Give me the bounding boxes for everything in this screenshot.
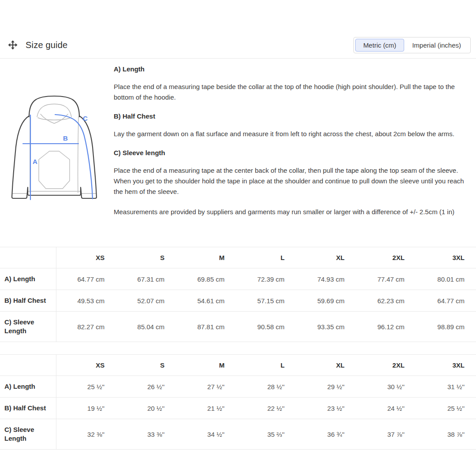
measurement-cell: 19 ½'' <box>56 398 116 419</box>
section-half-chest: B) Half Chest Lay the garment down on a … <box>114 112 471 139</box>
size-guide-header: Size guide Metric (cm) Imperial (inches) <box>0 35 476 59</box>
measurement-cell: 24 ½'' <box>356 398 416 419</box>
row-label: A) Length <box>0 268 56 290</box>
measurement-cell: 29 ½'' <box>296 376 356 398</box>
size-table-imperial: XS S M L XL 2XL 3XL A) Length 25 ½'' 26 … <box>0 354 476 450</box>
size-col-header: XL <box>296 355 356 376</box>
measurement-cell: 74.93 cm <box>296 268 356 290</box>
section-body: Place the end of a measuring tape beside… <box>114 82 471 103</box>
table-row-sleeve-length: C) Sleeve Length 32 ⅜'' 33 ⅜'' 34 ½'' 35… <box>0 419 476 450</box>
metric-toggle-button[interactable]: Metric (cm) <box>355 39 404 52</box>
disclaimer-text: Measurements are provided by suppliers a… <box>114 207 471 217</box>
measurement-cell: 57.15 cm <box>236 290 296 312</box>
table-row-length: A) Length 64.77 cm 67.31 cm 69.85 cm 72.… <box>0 268 476 290</box>
measurement-line-c <box>55 115 93 199</box>
size-table-header-row: XS S M L XL 2XL 3XL <box>0 247 476 268</box>
size-guide-panel: Size guide Metric (cm) Imperial (inches) <box>0 35 476 450</box>
measurement-cell: 64.77 cm <box>56 268 116 290</box>
table-row-half-chest: B) Half Chest 19 ½'' 20 ½'' 21 ½'' 22 ½'… <box>0 398 476 419</box>
section-heading: C) Sleeve length <box>114 149 471 156</box>
measurement-cell: 62.23 cm <box>356 290 416 312</box>
measurement-cell: 25 ½'' <box>56 376 116 398</box>
row-label: B) Half Chest <box>0 290 56 312</box>
measurement-cell: 38 ⅞'' <box>416 419 476 450</box>
table-row-half-chest: B) Half Chest 49.53 cm 52.07 cm 54.61 cm… <box>0 290 476 312</box>
measurement-cell: 34 ½'' <box>176 419 236 450</box>
unit-toggle: Metric (cm) Imperial (inches) <box>353 37 471 53</box>
measurement-cell: 85.04 cm <box>116 312 176 342</box>
measure-guide-content: A B C A) Length Place the end of a measu… <box>0 59 476 247</box>
measurement-cell: 22 ½'' <box>236 398 296 419</box>
diagram-label-a: A <box>33 158 37 165</box>
measurement-cell: 31 ½'' <box>416 376 476 398</box>
row-label: C) Sleeve Length <box>0 312 56 342</box>
diagram-label-b: B <box>63 134 68 142</box>
size-col-header: S <box>116 247 176 268</box>
measurement-cell: 37 ⅞'' <box>356 419 416 450</box>
hoodie-illustration-svg: A B C <box>5 94 108 203</box>
size-col-header: 3XL <box>416 355 476 376</box>
page-title: Size guide <box>26 40 67 50</box>
hoodie-outline <box>12 96 97 198</box>
size-col-header: 3XL <box>416 247 476 268</box>
measurement-cell: 21 ½'' <box>176 398 236 419</box>
corner-cell <box>0 355 56 376</box>
table-row-length: A) Length 25 ½'' 26 ½'' 27 ½'' 28 ½'' 29… <box>0 376 476 398</box>
measurement-cell: 80.01 cm <box>416 268 476 290</box>
size-col-header: L <box>236 355 296 376</box>
size-col-header: XL <box>296 247 356 268</box>
size-col-header: M <box>176 247 236 268</box>
hoodie-diagram: A B C <box>4 59 114 247</box>
row-label: C) Sleeve Length <box>0 419 56 450</box>
move-icon[interactable] <box>7 40 18 50</box>
table-row-sleeve-length: C) Sleeve Length 82.27 cm 85.04 cm 87.81… <box>0 312 476 342</box>
measurement-cell: 82.27 cm <box>56 312 116 342</box>
section-sleeve-length: C) Sleeve length Place the end of a meas… <box>114 149 471 197</box>
measurement-cell: 36 ¾'' <box>296 419 356 450</box>
row-label: B) Half Chest <box>0 398 56 419</box>
title-group: Size guide <box>7 40 67 50</box>
measurement-cell: 49.53 cm <box>56 290 116 312</box>
section-length: A) Length Place the end of a measuring t… <box>114 65 471 103</box>
size-col-header: 2XL <box>356 247 416 268</box>
measurement-cell: 98.89 cm <box>416 312 476 342</box>
size-col-header: 2XL <box>356 355 416 376</box>
measurement-cell: 93.35 cm <box>296 312 356 342</box>
measurement-cell: 28 ½'' <box>236 376 296 398</box>
measurement-cell: 72.39 cm <box>236 268 296 290</box>
measurement-cell: 20 ½'' <box>116 398 176 419</box>
size-col-header: L <box>236 247 296 268</box>
measurement-cell: 52.07 cm <box>116 290 176 312</box>
measurement-cell: 59.69 cm <box>296 290 356 312</box>
row-label: A) Length <box>0 376 56 398</box>
measurement-cell: 25 ½'' <box>416 398 476 419</box>
section-body: Place the end of a measuring tape at the… <box>114 165 471 197</box>
size-col-header: XS <box>56 355 116 376</box>
measurement-cell: 77.47 cm <box>356 268 416 290</box>
measurement-cell: 30 ½'' <box>356 376 416 398</box>
measurement-cell: 23 ½'' <box>296 398 356 419</box>
instructions: A) Length Place the end of a measuring t… <box>114 59 471 247</box>
imperial-toggle-button[interactable]: Imperial (inches) <box>404 39 469 52</box>
measurement-cell: 96.12 cm <box>356 312 416 342</box>
measurement-cell: 26 ½'' <box>116 376 176 398</box>
size-col-header: XS <box>56 247 116 268</box>
measurement-cell: 27 ½'' <box>176 376 236 398</box>
measurement-cell: 67.31 cm <box>116 268 176 290</box>
section-heading: B) Half Chest <box>114 112 471 120</box>
measurement-cell: 64.77 cm <box>416 290 476 312</box>
size-col-header: S <box>116 355 176 376</box>
measurement-cell: 87.81 cm <box>176 312 236 342</box>
corner-cell <box>0 247 56 268</box>
measurement-cell: 32 ⅜'' <box>56 419 116 450</box>
measurement-cell: 35 ⅔'' <box>236 419 296 450</box>
size-table-header-row: XS S M L XL 2XL 3XL <box>0 355 476 376</box>
size-col-header: M <box>176 355 236 376</box>
measurement-cell: 54.61 cm <box>176 290 236 312</box>
measurement-cell: 33 ⅜'' <box>116 419 176 450</box>
diagram-label-c: C <box>83 115 88 122</box>
section-heading: A) Length <box>114 65 471 73</box>
size-table-metric: XS S M L XL 2XL 3XL A) Length 64.77 cm 6… <box>0 247 476 342</box>
section-body: Lay the garment down on a flat surface a… <box>114 129 471 139</box>
measurement-cell: 90.58 cm <box>236 312 296 342</box>
